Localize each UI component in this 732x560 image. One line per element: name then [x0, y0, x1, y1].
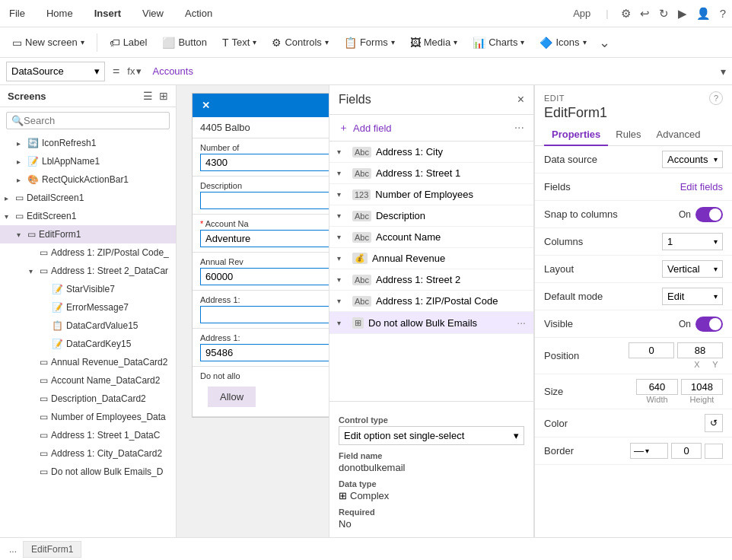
canvas-area[interactable]: ✕ Acco 4405 Balbo Number of Description … [177, 85, 329, 537]
tree-item-detailscreen1[interactable]: ▸ ▭ DetailScreen1 [0, 189, 176, 207]
label-btn[interactable]: 🏷 Label [103, 33, 154, 52]
play-btn[interactable]: ▶ [678, 7, 687, 21]
canvas-field-num: Number of [193, 138, 329, 177]
menu-file[interactable]: File [6, 8, 28, 19]
field-item-annual-revenue[interactable]: ▾ 💰 Annual Revenue [329, 248, 533, 269]
grid-view-icon[interactable]: ⊞ [159, 90, 168, 102]
prop-layout-value: Vertical [667, 263, 700, 275]
tree-item-num_employees[interactable]: ▭ Number of Employees_Data [0, 408, 176, 426]
prop-datasource-dropdown[interactable]: Accounts ▾ [662, 151, 723, 168]
field-item-do-not-allow-bulk-emails[interactable]: ▾ ⊞ Do not allow Bulk Emails ··· [329, 312, 533, 334]
tree-item-description[interactable]: ▭ Description_DataCard2 [0, 390, 176, 408]
position-x-input[interactable] [629, 342, 674, 358]
icons-btn[interactable]: 🔷 Icons ▾ [533, 33, 592, 52]
search-input[interactable] [24, 115, 164, 126]
border-color-box[interactable] [705, 444, 723, 459]
fields-close-btn[interactable]: × [517, 93, 524, 107]
tree-item-rectquickactionbar1[interactable]: ▸ 🎨 RectQuickActionBar1 [0, 170, 176, 189]
snap-toggle[interactable] [695, 207, 723, 222]
charts-btn[interactable]: 📊 Charts ▾ [466, 33, 530, 52]
tree-item-address_street2[interactable]: ▾ ▭ Address 1: Street 2_DataCar [0, 262, 176, 280]
text-btn[interactable]: T Text ▾ [216, 33, 263, 52]
field-item-number-of-employees[interactable]: ▾ 123 Number of Employees [329, 184, 533, 205]
controls-btn[interactable]: ⚙ Controls ▾ [266, 33, 334, 52]
tree-item-starvisible7[interactable]: 📝 StarVisible7 [0, 280, 176, 298]
tree-item-address_city[interactable]: ▭ Address 1: City_DataCard2 [0, 444, 176, 463]
undo-btn[interactable]: ↩ [640, 7, 650, 21]
tree-item-editform1[interactable]: ▾ ▭ EditForm1 [0, 225, 176, 243]
tree-item-icon: ▭ [40, 466, 48, 477]
redo-btn[interactable]: ↻ [659, 7, 669, 21]
position-y-input[interactable] [677, 342, 723, 358]
menu-insert[interactable]: Insert [91, 8, 124, 19]
connect-btn[interactable]: ⚙ [621, 7, 631, 21]
canvas-num-input[interactable] [200, 154, 329, 171]
tree-item-lblappname1[interactable]: ▸ 📝 LblAppName1 [0, 152, 176, 170]
formula-expand-btn[interactable]: ▾ [721, 65, 726, 78]
canvas-field-address-balbo: 4405 Balbo [193, 117, 329, 138]
field-item-address-1:-street-2[interactable]: ▾ Abc Address 1: Street 2 [329, 269, 533, 291]
field-item-address-1:-city[interactable]: ▾ Abc Address 1: City [329, 142, 533, 163]
tree-item-iconrefresh1[interactable]: ▸ 🔄 IconRefresh1 [0, 134, 176, 152]
visible-toggle[interactable] [695, 317, 723, 332]
tab-advanced[interactable]: Advanced [649, 124, 708, 146]
prop-defaultmode-dropdown[interactable]: Edit ▾ [662, 288, 723, 305]
prop-color-row: Color ↺ [535, 409, 732, 438]
canvas-header: ✕ Acco [193, 94, 329, 117]
datasource-dropdown[interactable]: DataSource ▾ [6, 62, 105, 81]
status-dots[interactable]: ... [9, 544, 17, 555]
tree-item-account_name[interactable]: ▭ Account Name_DataCard2 [0, 371, 176, 390]
toolbar-more-btn[interactable]: ⌄ [599, 34, 610, 51]
edit-fields-link[interactable]: Edit fields [680, 181, 723, 192]
canvas-acctname-input[interactable] [200, 230, 329, 247]
tree-item-errormessage7[interactable]: 📝 ErrorMessage7 [0, 298, 176, 317]
prop-layout-dropdown[interactable]: Vertical ▾ [662, 260, 723, 278]
width-input[interactable] [636, 379, 678, 395]
new-screen-btn[interactable]: ▭ New screen ▾ [6, 33, 91, 52]
forms-btn[interactable]: 📋 Forms ▾ [338, 33, 401, 52]
width-label: Width [636, 395, 678, 404]
canvas-allow-btn[interactable]: Allow [208, 387, 256, 407]
field-item-address-1:-zip/postal-code[interactable]: ▾ Abc Address 1: ZIP/Postal Code [329, 291, 533, 312]
search-icon: 🔍 [11, 115, 24, 126]
tree-item-datacardvalue15[interactable]: 📋 DataCardValue15 [0, 317, 176, 335]
tree-item-address_zip[interactable]: ▭ Address 1: ZIP/Postal Code_ [0, 243, 176, 262]
list-view-icon[interactable]: ☰ [143, 90, 153, 102]
tree-item-address_street1[interactable]: ▭ Address 1: Street 1_DataC [0, 426, 176, 444]
button-btn[interactable]: ⬜ Button [156, 33, 213, 52]
tab-rules[interactable]: Rules [608, 124, 648, 146]
menu-view[interactable]: View [139, 8, 167, 19]
control-type-select[interactable]: Edit option set single-select ▾ [339, 426, 524, 445]
canvas-revenue-input[interactable] [200, 268, 329, 285]
add-field-btn[interactable]: ＋ Add field ··· [329, 115, 533, 142]
media-btn[interactable]: 🖼 Media ▾ [404, 33, 463, 52]
height-input[interactable] [681, 379, 723, 395]
field-more-icon[interactable]: ··· [517, 317, 526, 329]
equals-sign: = [110, 65, 123, 78]
field-item-description[interactable]: ▾ Abc Description [329, 205, 533, 227]
canvas-close-icon[interactable]: ✕ [202, 100, 210, 111]
formula-value[interactable]: Accounts [146, 65, 716, 77]
tree-item-editscreen1[interactable]: ▾ ▭ EditScreen1 [0, 207, 176, 225]
user-btn[interactable]: 👤 [696, 7, 711, 21]
help-btn[interactable]: ? [720, 7, 726, 20]
field-item-address-1:-street-1[interactable]: ▾ Abc Address 1: Street 1 [329, 163, 533, 184]
color-picker-btn[interactable]: ↺ [705, 414, 723, 432]
add-field-icon: ＋ [339, 121, 348, 135]
help-icon-btn[interactable]: ? [709, 91, 723, 105]
menu-action[interactable]: Action [182, 8, 215, 19]
border-style-select[interactable]: — ▾ [630, 443, 668, 459]
tree-item-datacardkey15[interactable]: 📝 DataCardKey15 [0, 335, 176, 353]
tree-item-do_not_allow[interactable]: ▭ Do not allow Bulk Emails_D [0, 463, 176, 481]
canvas-field-balbo-value: 4405 Balbo [200, 122, 329, 133]
canvas-addr1-input[interactable] [200, 306, 329, 323]
border-value-input[interactable] [671, 443, 702, 459]
tab-properties[interactable]: Properties [544, 124, 608, 146]
canvas-addr2-input[interactable] [200, 344, 329, 361]
tree-item-annual_revenue[interactable]: ▭ Annual Revenue_DataCard2 [0, 353, 176, 371]
field-item-account-name[interactable]: ▾ Abc Account Name [329, 227, 533, 248]
canvas-desc-input[interactable] [200, 192, 329, 209]
status-editform-label[interactable]: EditForm1 [23, 541, 81, 558]
prop-columns-dropdown[interactable]: 1 ▾ [662, 233, 723, 250]
menu-home[interactable]: Home [43, 8, 76, 19]
